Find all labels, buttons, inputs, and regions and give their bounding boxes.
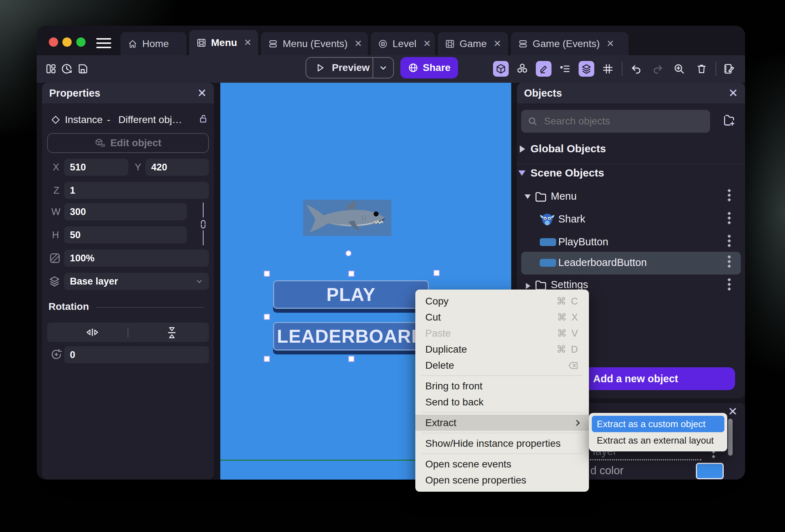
zoom-in-icon[interactable] [671, 61, 687, 77]
menu-item-show-hide-instance-properties[interactable]: Show/Hide instance properties [415, 435, 589, 451]
menu-item-shortcut: ⌘ X [557, 312, 579, 323]
instance-properties-list-icon[interactable] [557, 61, 573, 77]
scrollbar-thumb[interactable] [728, 419, 733, 456]
wh-link-chain-icon[interactable] [198, 220, 208, 229]
leaderboard-button-instance[interactable]: LEADERBOARD [273, 322, 429, 351]
background-color-swatch[interactable] [696, 463, 724, 479]
menu-item-open-scene-properties[interactable]: Open scene properties [415, 472, 589, 488]
history-icon[interactable] [59, 61, 75, 77]
menu-item-bring-to-front[interactable]: Bring to front [415, 378, 589, 394]
leaderboard-button-label: LEADERBOARD [277, 326, 425, 347]
kebab-menu-icon[interactable] [728, 188, 730, 202]
rotation-angle-field[interactable] [64, 346, 209, 363]
tree-row-shark[interactable]: Shark [517, 208, 745, 231]
flip-horizontal-icon[interactable] [84, 327, 100, 338]
edit-object-button[interactable]: 2D Edit object [47, 133, 209, 153]
minimize-window-button[interactable] [62, 37, 72, 47]
tab-home[interactable]: Home [120, 32, 186, 55]
object-mode-cube-icon[interactable] [493, 61, 509, 77]
share-button[interactable]: Share [400, 57, 458, 78]
objects-panel-header: Objects ✕ [517, 83, 745, 103]
menu-item-send-to-back[interactable]: Send to back [415, 394, 589, 410]
section-scene-objects[interactable]: Scene Objects [530, 167, 604, 179]
tab-close-icon[interactable]: ✕ [244, 37, 252, 48]
save-icon[interactable] [75, 61, 91, 77]
rotation-section-title: Rotation [48, 301, 89, 312]
trash-icon[interactable] [694, 61, 709, 77]
tree-row-menu-folder[interactable]: Menu [517, 185, 745, 208]
scene-properties-edit-icon[interactable] [721, 61, 737, 77]
scene-objects-collapse-icon[interactable] [518, 170, 525, 176]
layers-icon[interactable] [579, 61, 594, 77]
preview-dropdown-chevron-icon[interactable] [373, 63, 393, 72]
delete-key-icon [568, 361, 579, 370]
search-input[interactable] [543, 115, 693, 127]
edit-pencil-icon[interactable] [536, 61, 551, 77]
y-field-label: Y [135, 162, 141, 173]
search-box[interactable] [521, 110, 710, 133]
menu-item-open-scene-events[interactable]: Open scene events [415, 456, 589, 472]
folder-expand-icon[interactable] [526, 283, 530, 289]
layer-select[interactable]: Base layer [64, 273, 209, 290]
flip-vertical-icon[interactable] [166, 325, 178, 341]
kebab-menu-icon[interactable] [728, 211, 730, 225]
main-menu-hamburger-icon[interactable] [96, 37, 112, 49]
kebab-menu-icon[interactable] [728, 255, 730, 268]
submenu-item-extract-custom-object[interactable]: Extract as a custom object [592, 416, 724, 432]
w-field-label: W [51, 206, 60, 218]
menu-item-copy[interactable]: Copy ⌘ C [415, 293, 589, 309]
menu-item-cut[interactable]: Cut ⌘ X [415, 309, 589, 325]
shark-sprite-instance[interactable] [303, 200, 391, 236]
tree-row-leaderboardbutton[interactable]: LeaderboardButton [521, 252, 741, 275]
y-field[interactable] [145, 159, 209, 176]
w-field[interactable] [64, 203, 187, 220]
tab-level[interactable]: Level ✕ [371, 32, 435, 55]
z-field[interactable] [64, 182, 209, 199]
layout-panels-icon[interactable] [43, 61, 59, 77]
play-button-instance[interactable]: PLAY [273, 280, 429, 309]
tab-menu-events[interactable]: Menu (Events) ✕ [261, 32, 368, 55]
selection-handle-top-center[interactable] [348, 271, 354, 277]
film-icon [445, 39, 455, 49]
tab-close-icon[interactable]: ✕ [493, 38, 501, 49]
tree-item-label: Settings [551, 279, 588, 291]
tab-game-events[interactable]: Game (Events) ✕ [511, 32, 628, 55]
play-button-label: PLAY [327, 284, 376, 305]
add-folder-icon[interactable] [722, 113, 736, 128]
section-global-objects[interactable]: Global Objects [530, 143, 606, 155]
objects-group-icon[interactable] [514, 61, 530, 77]
submenu-item-extract-external-layout[interactable]: Extract as an external layout [592, 432, 724, 449]
x-field[interactable] [64, 159, 128, 176]
kebab-menu-icon[interactable] [728, 234, 730, 248]
h-field[interactable] [64, 226, 187, 244]
close-window-button[interactable] [49, 37, 58, 47]
close-icon[interactable]: ✕ [728, 406, 738, 417]
selection-handle-bottom-left[interactable] [264, 356, 270, 362]
tab-game[interactable]: Game ✕ [438, 32, 508, 55]
selection-handle-top-left[interactable] [264, 271, 270, 277]
kebab-menu-icon[interactable] [728, 277, 730, 291]
close-icon[interactable]: ✕ [728, 87, 738, 99]
rotation-handle[interactable] [345, 250, 352, 256]
menu-item-extract[interactable]: Extract [415, 415, 589, 431]
grid-icon[interactable] [600, 61, 616, 77]
preview-button[interactable]: Preview [306, 57, 394, 78]
tab-close-icon[interactable]: ✕ [423, 38, 431, 49]
opacity-field[interactable] [64, 250, 209, 267]
menu-item-delete[interactable]: Delete [415, 357, 589, 373]
selection-handle-mid-left[interactable] [264, 314, 270, 320]
redo-icon[interactable] [650, 61, 666, 77]
unlock-icon[interactable] [198, 113, 209, 124]
selection-handle-top-right[interactable] [433, 270, 440, 276]
tab-close-icon[interactable]: ✕ [354, 38, 362, 49]
tab-menu[interactable]: Menu ✕ [189, 30, 258, 55]
undo-icon[interactable] [628, 61, 644, 77]
close-icon[interactable]: ✕ [197, 87, 207, 99]
tree-row-playbutton[interactable]: PlayButton [517, 231, 745, 254]
global-objects-expand-icon[interactable] [520, 145, 525, 153]
tab-close-icon[interactable]: ✕ [606, 38, 614, 49]
menu-item-duplicate[interactable]: Duplicate ⌘ D [415, 341, 589, 357]
folder-collapse-icon[interactable] [525, 194, 531, 199]
zoom-window-button[interactable] [76, 37, 86, 47]
selection-handle-bottom-center[interactable] [348, 356, 354, 362]
